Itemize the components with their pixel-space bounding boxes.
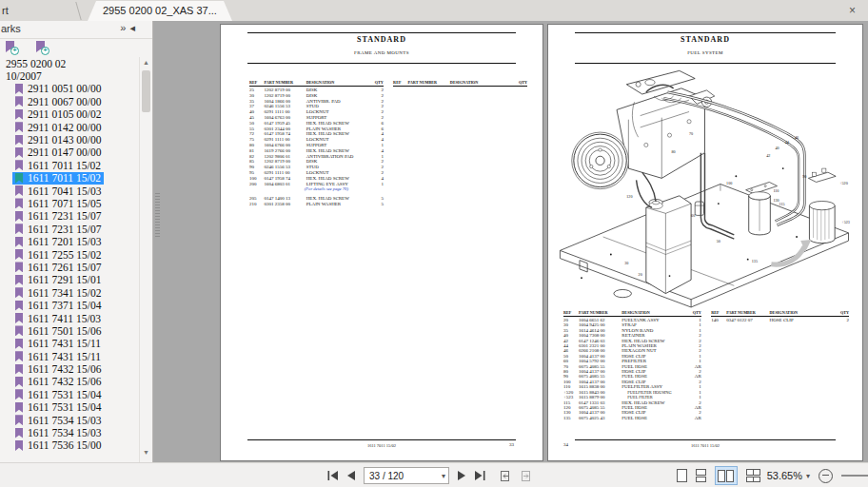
tab-active[interactable]: 2955 0200 02_XAS 37... — [88, 1, 232, 21]
panel-resize-grip[interactable] — [155, 193, 160, 237]
facing-layout-icon[interactable] — [715, 466, 738, 485]
parts-row: 2100301 2358 00PLAIN WASHER5 — [249, 202, 384, 207]
bookmark-icon — [15, 160, 23, 170]
bookmark-icon — [15, 147, 23, 158]
bookmark-item[interactable]: 1611 7371 15/04 — [0, 299, 139, 311]
pointer-arrow — [771, 240, 811, 264]
fuel-system-diagram: 2030404244465060708090100110115120130135… — [552, 59, 858, 308]
bookmark-item[interactable]: 1611 7531 15/04 — [0, 401, 139, 414]
bookmark-icon — [15, 377, 23, 387]
bookmark-icon — [15, 313, 23, 323]
scrollbar-thumb[interactable] — [142, 70, 150, 112]
bookmark-item[interactable]: 1611 7011 15/02 — [0, 159, 139, 171]
bookmark-item[interactable]: 1611 7255 15/02 — [0, 248, 139, 261]
bookmark-item[interactable]: 1611 7536 15/00 — [0, 439, 139, 452]
diagram-callout: 46 — [795, 135, 799, 140]
diagram-callout: 70 — [689, 131, 693, 136]
bookmark-item[interactable]: 1611 7041 15/03 — [0, 185, 139, 197]
first-page-button[interactable] — [327, 471, 339, 480]
bookmark-item[interactable]: 1611 7231 15/07 — [0, 223, 139, 235]
zoom-controls: 53.65% ▾ — [677, 466, 868, 485]
bookmark-icon — [15, 198, 23, 208]
scroll-up-icon[interactable]: ▲ — [140, 57, 152, 68]
parts-table: REF PART NUMBER DESIGNATION QTY 201604 6… — [563, 310, 849, 420]
bookmark-item[interactable]: 10/2007 — [0, 69, 139, 82]
bookmark-icon — [15, 402, 23, 413]
page-number-field[interactable]: 33 / 120 ▾ — [364, 467, 449, 484]
diagram-callout: 130 — [773, 198, 779, 203]
bookmark-item[interactable]: 1611 7501 15/06 — [0, 324, 139, 337]
panel-collapse-icon[interactable]: ◂ — [129, 22, 139, 33]
previous-page-button[interactable] — [346, 471, 356, 480]
diagram-callout: 30 — [624, 261, 628, 265]
next-page-button[interactable] — [457, 471, 466, 480]
add-bookmark-button[interactable]: + — [6, 41, 17, 54]
tab-bar: rt 2955 0200 02_XAS 37... × — [0, 0, 868, 22]
bookmark-item[interactable]: 1611 7231 15/07 — [0, 210, 139, 223]
sidebar-scrollbar[interactable]: ▲ ▼ — [139, 57, 152, 462]
bookmark-item[interactable]: 2911 0067 00/00 — [0, 95, 139, 107]
divider — [247, 439, 516, 440]
bookmark-item[interactable]: 2911 0143 00/00 — [0, 133, 139, 146]
bookmark-icon — [15, 339, 23, 349]
bookmark-item[interactable]: 2911 0105 00/02 — [0, 108, 139, 121]
diagram-callout: 50 — [717, 239, 720, 244]
diagram-callout: 135 — [752, 259, 758, 263]
bookmark-item[interactable]: 1611 7531 15/04 — [0, 388, 139, 400]
bookmark-item[interactable]: 1611 7431 15/11 — [0, 350, 139, 362]
bookmark-item[interactable]: 1611 7411 15/03 — [0, 312, 139, 324]
page-title: STANDARD — [221, 35, 542, 44]
bookmark-item[interactable]: 1611 7534 15/03 — [0, 426, 139, 438]
bookmark-item[interactable]: 2911 0051 00/00 — [0, 83, 139, 95]
plus-badge-icon: + — [10, 47, 19, 55]
continuous-facing-layout-icon[interactable] — [746, 469, 759, 482]
chevron-down-icon[interactable]: ▾ — [442, 472, 448, 480]
add-child-bookmark-button[interactable]: + — [36, 41, 48, 54]
divider — [575, 439, 836, 440]
bookmark-item[interactable]: 1611 7431 15/11 — [0, 338, 139, 350]
bookmark-icon — [15, 224, 23, 234]
single-page-layout-icon[interactable] — [677, 469, 687, 482]
right-table-rows-2: 1400347 0122 07HOSE CLIP2 — [711, 318, 849, 322]
footer-document-code: 1611 7011 15/02 — [548, 443, 862, 448]
scroll-down-icon[interactable]: ▼ — [140, 447, 152, 458]
bookmark-item[interactable]: 1611 7201 15/03 — [0, 235, 139, 247]
page-number-value: 33 / 120 — [365, 471, 442, 481]
parts-row: 1350075 4025 43FUEL HOSEAR — [563, 416, 701, 420]
bookmark-icon — [15, 428, 23, 438]
tab-background[interactable]: rt — [0, 0, 9, 21]
bookmark-icon — [15, 96, 23, 107]
diagram-callout: 40 — [775, 146, 779, 150]
zoom-level-value[interactable]: 53.65% — [767, 470, 802, 481]
bookmark-item[interactable]: 1611 7261 15/07 — [0, 261, 139, 273]
bookmarks-panel: arks »◂ + + 2955 0200 0210/20072911 0051… — [0, 21, 153, 462]
bookmark-item[interactable]: 1611 7291 15/01 — [0, 274, 139, 286]
continuous-layout-icon[interactable] — [696, 469, 706, 482]
bookmark-icon — [15, 249, 23, 260]
bookmark-item[interactable]: 1611 7432 15/06 — [0, 362, 139, 375]
zoom-slider[interactable] — [841, 475, 868, 477]
bookmark-icon — [15, 122, 23, 132]
last-page-button[interactable] — [474, 471, 485, 480]
bookmark-item[interactable]: 1611 7534 15/03 — [0, 414, 139, 426]
right-table-rows-1: 201604 6651 62FUELTANK ASSY1301604 9425 … — [563, 318, 701, 420]
previous-view-button[interactable] — [499, 470, 512, 482]
tab-close-icon[interactable]: × — [849, 1, 856, 20]
next-view-button[interactable] — [520, 470, 533, 482]
status-bar: 33 / 120 ▾ 53.65% ▾ — [0, 462, 868, 487]
bookmark-item[interactable]: 2911 0147 00/00 — [0, 146, 139, 159]
chevron-down-icon[interactable]: ▾ — [806, 472, 810, 480]
bookmark-item[interactable]: 2955 0200 02 — [0, 57, 139, 69]
bookmark-item[interactable]: 1611 7341 15/02 — [0, 286, 139, 299]
bookmark-item[interactable]: 1611 7071 15/05 — [0, 197, 139, 209]
diagram-callout: 115 — [779, 202, 785, 206]
diagram-callout: 80 — [672, 149, 676, 154]
panel-expand-icon[interactable]: » — [120, 22, 129, 33]
bookmark-item[interactable]: 2911 0142 00/00 — [0, 121, 139, 133]
bookmark-item[interactable]: 1611 7432 15/06 — [0, 376, 139, 388]
page-subtitle: FRAME AND MOUNTS — [221, 50, 542, 55]
zoom-out-icon[interactable] — [819, 469, 833, 483]
bookmark-icon — [15, 389, 23, 399]
bookmark-item[interactable]: 1611 7011 15/02 — [0, 172, 139, 185]
diagram-callout: 110 — [773, 188, 779, 193]
